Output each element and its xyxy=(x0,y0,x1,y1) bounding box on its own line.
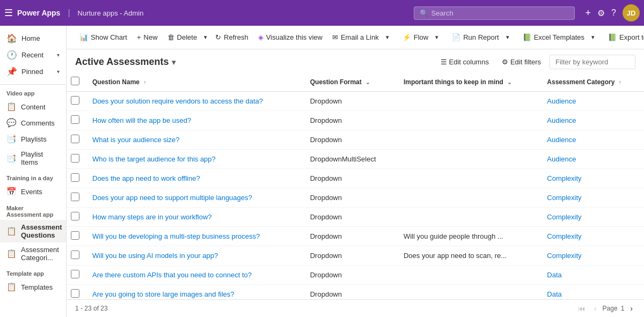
row-checkbox[interactable] xyxy=(71,154,79,163)
question-name-link[interactable]: What is your audience size? xyxy=(92,136,180,144)
delete-button[interactable]: 🗑 Delete xyxy=(163,31,202,44)
export-excel-button[interactable]: 📗 Export to Excel xyxy=(604,31,644,44)
question-name-cell: What is your audience size? xyxy=(86,130,304,150)
question-format-cell: Dropdown xyxy=(304,266,397,285)
question-name-link[interactable]: Will you be developing a multi-step busi… xyxy=(92,232,260,240)
question-name-sort-icon[interactable]: ↑ xyxy=(143,79,146,85)
refresh-button[interactable]: ↻ Refresh xyxy=(211,31,253,44)
hamburger-icon[interactable]: ☰ xyxy=(4,7,13,19)
sidebar-item-templates[interactable]: 📋 Templates xyxy=(0,279,66,295)
row-checkbox[interactable] xyxy=(71,96,79,105)
question-name-link[interactable]: Are you going to store large images and … xyxy=(92,290,235,298)
table-row: Are there custom APIs that you need to c… xyxy=(67,266,644,285)
assessment-category-link[interactable]: Complexity xyxy=(547,252,581,260)
delete-button-group: 🗑 Delete ▾ xyxy=(163,31,210,44)
assessment-category-link[interactable]: Complexity xyxy=(547,174,581,182)
sidebar-item-recent[interactable]: 🕐 Recent ▾ xyxy=(0,47,66,63)
sidebar-item-events[interactable]: 📅 Events xyxy=(0,183,66,200)
row-checkbox[interactable] xyxy=(71,250,79,259)
main-layout: 🏠 Home 🕐 Recent ▾ 📌 Pinned ▾ Video app 📋… xyxy=(0,26,644,317)
edit-filters-button[interactable]: ⚙ Edit filters xyxy=(497,55,545,69)
assessment-category-sort-icon[interactable]: ↑ xyxy=(619,79,621,85)
view-header: Active Assessments ▾ ☰ Edit columns ⚙ Ed… xyxy=(67,49,644,72)
help-icon[interactable]: ? xyxy=(611,8,616,18)
important-things-cell xyxy=(397,266,540,285)
assessment-category-link[interactable]: Data xyxy=(547,271,561,279)
plus-icon[interactable]: + xyxy=(586,8,591,19)
question-name-link[interactable]: Does your app need to support multiple l… xyxy=(92,194,252,202)
prev-page-button[interactable]: ‹ xyxy=(591,303,599,314)
select-all-checkbox[interactable] xyxy=(71,77,79,85)
question-name-cell: Will you be using AI models in your app? xyxy=(86,246,304,266)
settings-icon[interactable]: ⚙ xyxy=(597,8,605,18)
row-checkbox[interactable] xyxy=(71,115,79,124)
sidebar-item-home[interactable]: 🏠 Home xyxy=(0,30,66,47)
sidebar-item-comments[interactable]: 💬 Comments xyxy=(0,115,66,131)
assessment-category-link[interactable]: Audience xyxy=(547,155,576,163)
question-format-sort-icon[interactable]: ⌄ xyxy=(365,79,370,85)
pinned-chevron-icon: ▾ xyxy=(57,69,60,75)
pagination-summary: 1 - 23 of 23 xyxy=(75,305,108,312)
sidebar-item-playlists[interactable]: 📑 Playlists xyxy=(0,131,66,147)
question-name-link[interactable]: How often will the app be used? xyxy=(92,116,191,124)
row-checkbox[interactable] xyxy=(71,289,79,298)
sidebar-templates-label: Templates xyxy=(21,283,53,291)
search-input[interactable] xyxy=(431,9,569,17)
run-report-chevron-button[interactable]: ▾ xyxy=(503,31,512,43)
assessment-category-cell: Complexity xyxy=(540,208,644,227)
email-link-chevron-button[interactable]: ▾ xyxy=(383,31,392,43)
row-checkbox[interactable] xyxy=(71,212,79,220)
email-link-button[interactable]: ✉ Email a Link xyxy=(328,31,383,44)
question-format-cell: Dropdown xyxy=(304,130,397,150)
question-name-link[interactable]: Who is the target audience for this app? xyxy=(92,155,216,163)
question-name-link[interactable]: Does the app need to work offline? xyxy=(92,174,200,182)
view-title-chevron-icon[interactable]: ▾ xyxy=(172,58,175,67)
assessment-category-cell: Audience xyxy=(540,92,644,111)
assessment-category-link[interactable]: Complexity xyxy=(547,213,581,221)
flow-button[interactable]: ⚡ Flow xyxy=(398,31,433,44)
sidebar-item-content[interactable]: 📋 Content xyxy=(0,99,66,115)
run-report-button[interactable]: 📄 Run Report xyxy=(448,31,503,44)
important-things-cell xyxy=(397,285,540,300)
delete-chevron-button[interactable]: ▾ xyxy=(201,31,210,43)
first-page-button[interactable]: ⏮ xyxy=(575,303,588,314)
view-title: Active Assessments ▾ xyxy=(75,56,175,68)
avatar[interactable]: JD xyxy=(623,4,640,21)
sidebar-item-playlist-items[interactable]: 📑 Playlist Items xyxy=(0,147,66,169)
question-format-cell: Dropdown xyxy=(304,169,397,188)
page-number: 1 xyxy=(621,305,625,312)
question-name-link[interactable]: Are there custom APIs that you need to c… xyxy=(92,271,252,279)
row-checkbox[interactable] xyxy=(71,231,79,240)
assessment-category-link[interactable]: Audience xyxy=(547,136,576,144)
sidebar-item-assessment-categories[interactable]: 📋 Assessment Categori... xyxy=(0,242,66,265)
question-name-link[interactable]: How many steps are in your workflow? xyxy=(92,213,212,221)
row-checkbox[interactable] xyxy=(71,173,79,182)
filter-keyword-input[interactable] xyxy=(550,55,635,69)
new-button[interactable]: + New xyxy=(133,31,162,44)
run-report-icon: 📄 xyxy=(452,33,460,41)
assessment-category-link[interactable]: Complexity xyxy=(547,232,581,240)
refresh-icon: ↻ xyxy=(215,33,221,41)
row-checkbox[interactable] xyxy=(71,193,79,201)
excel-templates-button[interactable]: 📗 Excel Templates xyxy=(518,31,589,44)
sidebar-playlists-label: Playlists xyxy=(21,135,47,143)
assessment-category-link[interactable]: Audience xyxy=(547,116,576,124)
excel-templates-chevron-button[interactable]: ▾ xyxy=(589,31,597,43)
show-chart-button[interactable]: 📊 Show Chart xyxy=(75,31,131,44)
question-name-link[interactable]: Will you be using AI models in your app? xyxy=(92,252,218,260)
next-page-button[interactable]: › xyxy=(627,303,635,314)
important-things-sort-icon[interactable]: ⌄ xyxy=(507,79,511,85)
assessment-category-link[interactable]: Complexity xyxy=(547,194,581,202)
sidebar-item-pinned[interactable]: 📌 Pinned ▾ xyxy=(0,63,66,80)
important-things-cell: Will you guide people through ... xyxy=(397,227,540,246)
row-checkbox[interactable] xyxy=(71,135,79,143)
assessment-category-link[interactable]: Data xyxy=(547,290,561,298)
assessment-category-link[interactable]: Audience xyxy=(547,97,576,105)
question-name-link[interactable]: Does your solution require vendors to ac… xyxy=(92,97,263,105)
sidebar-item-assessment-questions[interactable]: 📋 Assessment Questions xyxy=(0,220,66,242)
edit-columns-button[interactable]: ☰ Edit columns xyxy=(436,55,493,69)
row-checkbox[interactable] xyxy=(71,270,79,278)
flow-chevron-button[interactable]: ▾ xyxy=(433,31,441,43)
question-name-cell: Does the app need to work offline? xyxy=(86,169,304,188)
visualize-button[interactable]: ◈ Visualize this view xyxy=(254,31,327,44)
